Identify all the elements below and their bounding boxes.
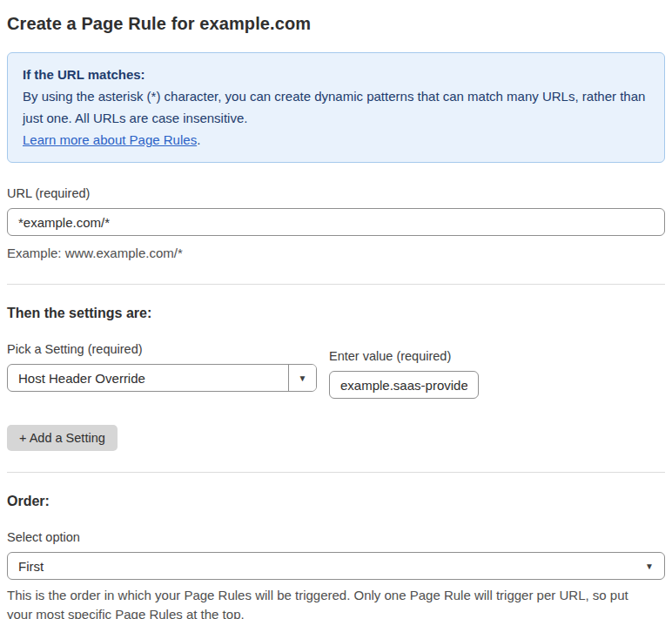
- link-period: .: [197, 132, 200, 147]
- page-title: Create a Page Rule for example.com: [7, 14, 665, 34]
- add-setting-button[interactable]: + Add a Setting: [7, 425, 118, 451]
- url-field-label: URL (required): [7, 186, 665, 200]
- order-section-heading: Order:: [7, 494, 665, 509]
- url-match-info-box: If the URL matches: By using the asteris…: [7, 52, 665, 163]
- order-selected-option: First: [18, 559, 645, 574]
- divider: [7, 472, 665, 473]
- info-box-link-line: Learn more about Page Rules.: [23, 129, 649, 151]
- info-box-heading: If the URL matches:: [23, 64, 649, 85]
- settings-section-heading: Then the settings are:: [7, 306, 665, 321]
- setting-value-input[interactable]: [329, 371, 479, 399]
- setting-value-label: Enter value (required): [329, 349, 479, 363]
- add-setting-row: + Add a Setting: [7, 425, 665, 451]
- create-page-rule-form: Create a Page Rule for example.com If th…: [0, 0, 672, 619]
- setting-picker-label: Pick a Setting (required): [7, 342, 317, 356]
- learn-more-link[interactable]: Learn more about Page Rules: [23, 132, 197, 147]
- order-select-label: Select option: [7, 530, 665, 544]
- order-help-text: This is the order in which your Page Rul…: [7, 586, 651, 619]
- setting-row: Pick a Setting (required) Host Header Ov…: [7, 342, 665, 399]
- setting-value-column: Enter value (required): [329, 342, 479, 399]
- url-input[interactable]: [7, 208, 665, 236]
- setting-picker-dropdown[interactable]: Host Header Override ▼: [7, 364, 317, 392]
- url-example-text: Example: www.example.com/*: [7, 244, 665, 263]
- info-box-body: By using the asterisk (*) character, you…: [23, 85, 649, 129]
- chevron-down-icon: ▼: [299, 373, 307, 383]
- setting-picker-dropdown-button[interactable]: ▼: [288, 365, 316, 391]
- chevron-down-icon: ▼: [645, 562, 654, 571]
- divider: [7, 284, 665, 285]
- order-select[interactable]: First ▼: [7, 552, 665, 580]
- setting-picker-column: Pick a Setting (required) Host Header Ov…: [7, 342, 317, 392]
- setting-picker-selected-value: Host Header Override: [8, 365, 288, 391]
- order-select-group: Select option First ▼ This is the order …: [7, 530, 665, 619]
